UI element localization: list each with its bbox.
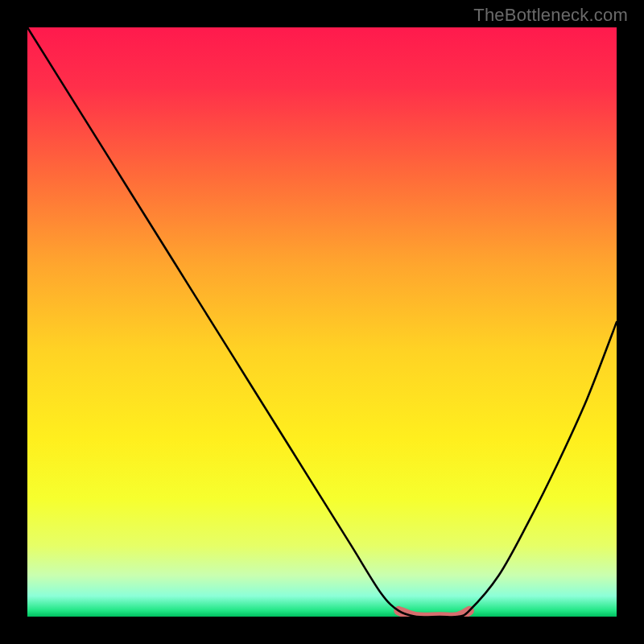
watermark-text: TheBottleneck.com [473, 5, 628, 26]
curve-layer [27, 27, 617, 617]
plot-area [27, 27, 617, 617]
chart-frame: TheBottleneck.com [0, 0, 644, 644]
bottleneck-curve [27, 27, 617, 617]
